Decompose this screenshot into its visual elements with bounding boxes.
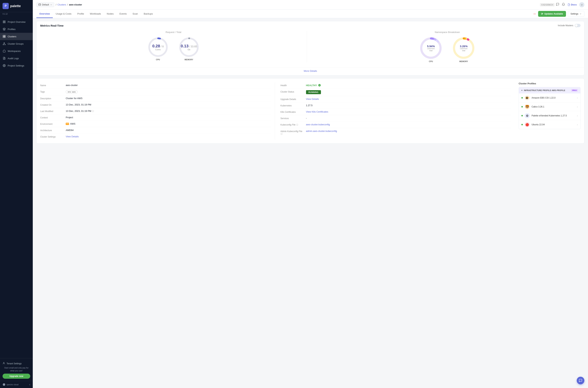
profile-item-calico[interactable]: 🐯 Calico 3.26.1 ›: [519, 102, 580, 111]
tab-workloads[interactable]: Workloads: [87, 9, 104, 18]
kubeconfig-info-icon[interactable]: ⓘ: [296, 124, 298, 126]
svg-rect-0: [3, 21, 4, 22]
profile-dot-ebs: [521, 97, 523, 98]
docs-link[interactable]: Docs: [568, 3, 577, 6]
environment-value: AWS AWS: [66, 122, 75, 125]
detail-context: Context Project: [40, 114, 271, 121]
admin-kubeconfig-info-icon[interactable]: ⓘ: [281, 133, 283, 135]
cpu-unit-label: Cores: [152, 48, 164, 51]
memory-donut-container: 0.13 / 33.65 Gb MEMORY: [179, 37, 199, 61]
cluster-groups-icon: [2, 42, 6, 45]
sidebar-item-profiles[interactable]: Profiles: [0, 25, 33, 33]
detail-admin-kubeconfig: Admin Kubeconfig File ⓘ admin.aws-cluste…: [281, 128, 512, 137]
upgrade-link[interactable]: View Details: [306, 98, 319, 100]
tab-backups[interactable]: Backups: [141, 9, 156, 18]
admin-kubeconfig-link[interactable]: admin.aws-cluster.kubeconfig: [306, 130, 337, 132]
updates-available-button[interactable]: ⟳ Updates Available: [538, 11, 566, 17]
breadcrumb-clusters[interactable]: Clusters: [58, 3, 66, 6]
profile-dot-ubuntu: [521, 124, 523, 125]
more-details-link[interactable]: More Details: [37, 68, 584, 75]
chat-bubble-button[interactable]: [577, 377, 584, 384]
palette-k8s-icon: ⚙: [525, 113, 530, 118]
detail-created-on: Created On 13 Dec, 2023, 01:19 PM: [40, 102, 271, 108]
sidebar-item-workspaces[interactable]: Workspaces: [0, 47, 33, 55]
workspaces-icon: [2, 49, 6, 53]
sidebar-item-tenant-settings[interactable]: Tenant Settings: [2, 361, 30, 366]
upgrade-button[interactable]: Upgrade now: [2, 374, 30, 379]
profile-group-header[interactable]: ▾ INFRASTRUCTURE PROFILE AWS-PROFILE PRO…: [519, 87, 580, 94]
detail-kubeconfig: Kubeconfig File ⓘ aws-cluster.kubeconfig: [281, 121, 512, 128]
logo-text: palette: [10, 4, 21, 8]
sidebar-collapse-button[interactable]: ‹: [29, 383, 30, 386]
k8s-cert-link[interactable]: View K8s Certificates: [306, 110, 328, 113]
content-actions: → ⟳ Updates Available Settings: [532, 11, 584, 17]
cluster-settings-label: Cluster Settings: [40, 135, 64, 138]
profile-item-ebs[interactable]: ⬛ AWS Amazon EBS CSI 1.22.0 ›: [519, 94, 580, 102]
user-avatar[interactable]: U: [579, 2, 584, 7]
breadcrumb-sep2: /: [67, 3, 68, 6]
name-value: aws-cluster: [66, 84, 78, 87]
ns-memory-label: MEMORY: [459, 60, 468, 62]
ns-memory-percent: 3.26%: [458, 45, 469, 48]
tab-usage-costs[interactable]: Usage & Costs: [53, 9, 74, 18]
profile-palette-k8s-chevron: ›: [577, 114, 578, 117]
topbar-icons: Docs U: [556, 2, 584, 7]
app-version: 4.1.12: [0, 12, 33, 17]
detail-upgrade: Upgrade Details View Details: [281, 96, 512, 102]
tab-scan[interactable]: Scan: [130, 9, 141, 18]
settings-button[interactable]: Settings: [568, 11, 584, 17]
upgrade-text: Start small and only pay for what you us…: [2, 366, 30, 372]
sidebar-item-project-overview[interactable]: Project Overview: [0, 18, 33, 25]
health-value: HEALTHY: [306, 84, 321, 87]
sidebar-item-audit-logs[interactable]: Audit Logs: [0, 55, 33, 62]
description-value: Cluster for AWS: [66, 97, 83, 100]
sidebar-logo[interactable]: P palette: [0, 0, 33, 12]
detail-services: Services -: [281, 115, 512, 121]
context-label: Context: [40, 116, 64, 119]
footer-brand: spectro cloud: [2, 383, 18, 386]
cluster-settings-link[interactable]: View Details: [66, 135, 79, 138]
svg-point-10: [3, 44, 4, 45]
bell-icon[interactable]: [562, 3, 565, 7]
include-masters-switch[interactable]: [575, 24, 581, 27]
audit-icon: [2, 57, 6, 60]
name-label: Name: [40, 84, 64, 87]
tab-nodes[interactable]: Nodes: [104, 9, 117, 18]
tag-badge: env: aws: [66, 90, 78, 94]
kubernetes-label: Kubernetes: [281, 104, 304, 107]
tab-events[interactable]: Events: [116, 9, 130, 18]
donut-row: 0.28 / 8 Cores CPU: [40, 37, 307, 61]
svg-point-18: [3, 383, 5, 386]
sidebar-item-project-settings[interactable]: Project Settings: [0, 62, 33, 69]
sidebar-label-profiles: Profiles: [8, 28, 16, 31]
workspace-selector[interactable]: Default: [36, 2, 54, 7]
cluster-status-label: Cluster Status: [281, 90, 304, 93]
updates-circle-icon: ⟳: [541, 12, 543, 15]
svg-point-11: [5, 44, 5, 45]
chat-icon[interactable]: [556, 3, 559, 7]
last-modified-info-icon[interactable]: ⓘ: [92, 110, 94, 112]
detail-cluster-settings: Cluster Settings View Details: [40, 134, 271, 140]
sidebar-nav: Project Overview Profiles Clusters Clust…: [0, 17, 33, 358]
include-masters-toggle[interactable]: Include Masters: [558, 24, 581, 27]
sidebar-footer: spectro cloud ‹: [0, 381, 33, 388]
memory-donut-chart: 0.13 / 33.65 Gb: [179, 37, 199, 57]
admin-kubeconfig-label: Admin Kubeconfig File ⓘ: [281, 130, 304, 135]
page-content: Metrics Real-Time Include Masters Reques…: [33, 18, 588, 388]
profile-item-palette-k8s[interactable]: ⚙ Palette eXtended Kubernetes 1.27.5 ›: [519, 111, 580, 120]
cluster-status-value: RUNNING: [306, 90, 321, 94]
logo-icon: P: [2, 3, 9, 9]
tab-profile[interactable]: Profile: [74, 9, 87, 18]
ubuntu-icon: 🔴: [525, 122, 530, 127]
profile-item-ubuntu[interactable]: 🔴 Ubuntu 22.04 ›: [519, 120, 580, 129]
detail-architecture: Architecture AMD64: [40, 127, 271, 134]
sidebar-item-clusters[interactable]: Clusters: [0, 33, 33, 40]
metrics-card-header: Metrics Real-Time Include Masters: [37, 21, 584, 29]
tab-overview[interactable]: Overview: [36, 9, 53, 18]
kubeconfig-link[interactable]: aws-cluster.kubeconfig: [306, 123, 330, 126]
metrics-card: Metrics Real-Time Include Masters Reques…: [36, 21, 584, 75]
sidebar-item-cluster-groups[interactable]: Cluster Groups: [0, 40, 33, 47]
tenant-settings-label: Tenant Settings: [7, 362, 22, 365]
last-modified-value: 13 Dec, 2023, 01:19 PM ⓘ: [66, 110, 94, 113]
svg-rect-3: [4, 22, 5, 23]
